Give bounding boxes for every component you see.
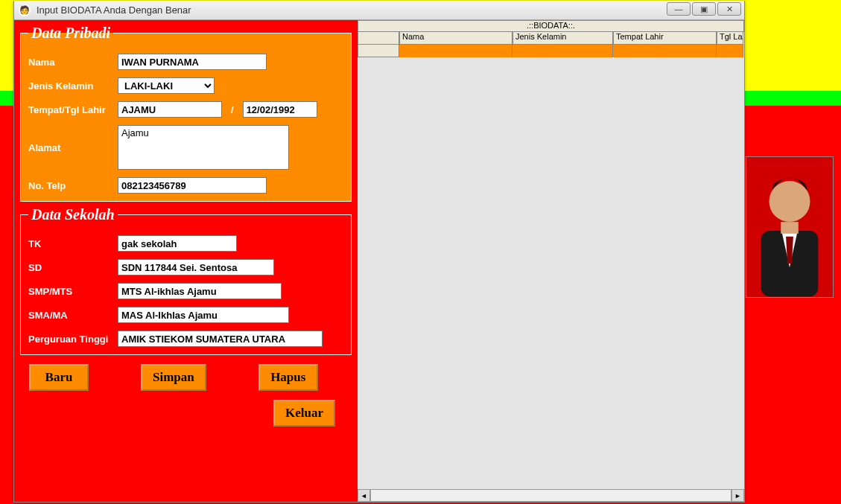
- grid-header-blank[interactable]: [358, 32, 399, 45]
- app-icon: 🧑: [19, 4, 31, 16]
- maximize-button[interactable]: ▣: [692, 2, 716, 16]
- label-smp: SMP/MTS: [28, 286, 118, 297]
- biodata-window: 🧑 Input BIODATA Anda Dengan Benar — ▣ ✕ …: [13, 1, 745, 503]
- close-button[interactable]: ✕: [717, 2, 741, 16]
- label-sma: SMA/MA: [28, 310, 118, 321]
- legend-pribadi: Data Pribadi: [28, 25, 113, 42]
- input-tempat[interactable]: [118, 101, 222, 118]
- minimize-button[interactable]: —: [667, 2, 691, 16]
- input-perguruan-tinggi[interactable]: [118, 331, 323, 347]
- label-nama: Nama: [28, 57, 118, 68]
- baru-button[interactable]: Baru: [29, 364, 89, 391]
- textarea-alamat[interactable]: [118, 125, 289, 170]
- label-ttl: Tempat/Tgl Lahir: [28, 104, 118, 115]
- label-alamat: Alamat: [28, 142, 118, 153]
- ttl-separator: /: [231, 104, 234, 115]
- select-jenis-kelamin[interactable]: LAKI-LAKI: [118, 77, 215, 94]
- grid-header-jk[interactable]: Jenis Kelamin: [512, 32, 613, 45]
- horizontal-scrollbar[interactable]: ◄ ►: [358, 489, 744, 502]
- grid-header-row: Nama Jenis Kelamin Tempat Lahir Tgl Lahi…: [358, 32, 744, 45]
- input-tk[interactable]: [118, 235, 237, 252]
- grid-title: .::BIODATA::.: [358, 20, 744, 32]
- grid-selection-row[interactable]: [358, 45, 744, 57]
- input-sd[interactable]: [118, 259, 274, 275]
- window-title: Input BIODATA Anda Dengan Benar: [37, 4, 191, 16]
- input-nama[interactable]: [118, 54, 267, 70]
- scroll-right-icon[interactable]: ►: [731, 489, 744, 502]
- label-telp: No. Telp: [28, 180, 118, 191]
- biodata-grid[interactable]: .::BIODATA::. Nama Jenis Kelamin Tempat …: [358, 20, 744, 502]
- grid-body[interactable]: [358, 57, 744, 497]
- input-telp[interactable]: [118, 177, 267, 194]
- grid-header-tempat[interactable]: Tempat Lahir: [613, 32, 717, 45]
- input-smp[interactable]: [118, 283, 282, 299]
- hapus-button[interactable]: Hapus: [258, 364, 318, 391]
- svg-point-1: [769, 181, 810, 222]
- label-pt: Perguruan Tinggi: [28, 334, 118, 345]
- fieldset-data-sekolah: Data Sekolah TK SD SMP/MTS SMA/MA: [20, 206, 352, 355]
- fieldset-data-pribadi: Data Pribadi Nama Jenis Kelamin LAKI-LAK…: [20, 25, 352, 202]
- scroll-track[interactable]: [370, 489, 731, 502]
- simpan-button[interactable]: Simpan: [141, 364, 206, 391]
- label-tk: TK: [28, 238, 118, 249]
- legend-sekolah: Data Sekolah: [28, 206, 118, 223]
- scroll-left-icon[interactable]: ◄: [358, 489, 370, 502]
- input-sma[interactable]: [118, 307, 289, 323]
- titlebar[interactable]: 🧑 Input BIODATA Anda Dengan Benar — ▣ ✕: [14, 1, 744, 20]
- input-tgl-lahir[interactable]: [243, 101, 317, 118]
- grid-header-tgl[interactable]: Tgl Lahir Alamat: [717, 32, 743, 45]
- label-jk: Jenis Kelamin: [28, 80, 118, 92]
- grid-header-nama[interactable]: Nama: [399, 32, 512, 45]
- person-photo-icon: [746, 157, 833, 297]
- svg-rect-5: [781, 222, 799, 234]
- label-sd: SD: [28, 262, 118, 273]
- photo-frame: [746, 156, 834, 298]
- keluar-button[interactable]: Keluar: [273, 400, 335, 427]
